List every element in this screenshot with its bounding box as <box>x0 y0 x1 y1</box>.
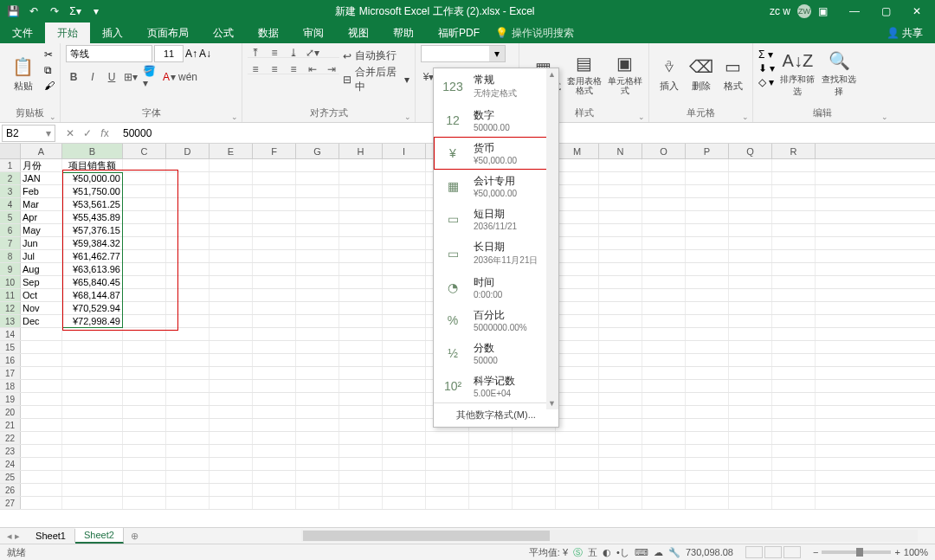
cell[interactable] <box>296 302 339 314</box>
cell[interactable] <box>339 250 383 262</box>
nf-item-6[interactable]: ◔时间0:00:00 <box>434 271 558 304</box>
name-box[interactable]: B2▾ <box>2 125 55 142</box>
cell[interactable] <box>383 159 426 171</box>
cell[interactable]: Apr <box>21 211 62 223</box>
nf-item-5[interactable]: ▭长日期2036年11月21日 <box>434 235 558 271</box>
cell[interactable] <box>339 406 383 418</box>
cell[interactable] <box>686 289 729 301</box>
col-header-A[interactable]: A <box>21 144 62 158</box>
cell[interactable]: ¥57,376.15 <box>62 224 123 236</box>
col-header-M[interactable]: M <box>556 144 599 158</box>
cell[interactable] <box>339 172 383 184</box>
cell[interactable] <box>383 367 426 379</box>
cell[interactable] <box>599 458 642 470</box>
cell[interactable] <box>599 224 642 236</box>
cell[interactable] <box>556 341 599 353</box>
cell[interactable]: ¥59,384.32 <box>62 237 123 249</box>
cell[interactable] <box>62 497 123 509</box>
cell[interactable] <box>296 471 339 483</box>
cell[interactable] <box>599 419 642 431</box>
cell[interactable] <box>62 432 123 444</box>
cell[interactable] <box>729 419 772 431</box>
zoom-in-icon[interactable]: + <box>894 547 900 557</box>
cell[interactable] <box>772 341 816 353</box>
cell[interactable] <box>686 341 729 353</box>
table-format-button[interactable]: ▤套用表格格式 <box>565 45 603 102</box>
normal-view-icon[interactable] <box>745 546 763 558</box>
col-header-I[interactable]: I <box>383 144 426 158</box>
cell[interactable] <box>62 393 123 405</box>
cell[interactable] <box>383 250 426 262</box>
cell[interactable] <box>253 263 296 275</box>
orientation-icon[interactable]: ⤢▾ <box>305 45 320 61</box>
cell[interactable] <box>166 302 210 314</box>
cell[interactable]: ¥51,750.00 <box>62 185 123 197</box>
col-header-N[interactable]: N <box>599 144 642 158</box>
cell[interactable] <box>339 263 383 275</box>
cell[interactable] <box>686 380 729 392</box>
cell[interactable] <box>729 367 772 379</box>
cell[interactable] <box>469 432 513 444</box>
cell[interactable] <box>556 302 599 314</box>
cell[interactable] <box>253 159 296 171</box>
italic-icon[interactable]: I <box>85 69 100 85</box>
cell[interactable] <box>339 159 383 171</box>
align-center-icon[interactable]: ≡ <box>267 61 282 77</box>
cell[interactable] <box>166 406 210 418</box>
cell[interactable] <box>253 302 296 314</box>
cell[interactable] <box>339 471 383 483</box>
cell[interactable] <box>383 458 426 470</box>
cell[interactable] <box>513 445 556 457</box>
cell[interactable] <box>556 406 599 418</box>
confirm-edit-icon[interactable]: ✓ <box>80 127 95 139</box>
cell[interactable]: 月份 <box>21 159 62 171</box>
cell[interactable]: ¥50,000.00 <box>62 172 123 184</box>
cell[interactable] <box>123 211 166 223</box>
cell[interactable] <box>210 354 253 366</box>
cell[interactable] <box>729 263 772 275</box>
cell[interactable] <box>123 185 166 197</box>
cell[interactable] <box>123 263 166 275</box>
cell[interactable] <box>210 211 253 223</box>
cell[interactable]: ¥68,144.87 <box>62 289 123 301</box>
cell[interactable] <box>166 172 210 184</box>
cell[interactable] <box>123 471 166 483</box>
cell[interactable] <box>772 237 816 249</box>
cell[interactable] <box>339 237 383 249</box>
cell[interactable] <box>296 250 339 262</box>
cell[interactable] <box>166 393 210 405</box>
cell[interactable] <box>469 471 513 483</box>
col-header-Q[interactable]: Q <box>729 144 772 158</box>
cell[interactable]: JAN <box>21 172 62 184</box>
cell[interactable] <box>383 497 426 509</box>
row-header[interactable]: 25 <box>0 471 21 483</box>
cell[interactable] <box>642 211 686 223</box>
autosum-icon[interactable]: Σ ▾ <box>758 48 775 61</box>
cell[interactable] <box>383 315 426 327</box>
cell[interactable] <box>253 276 296 288</box>
cell[interactable]: Feb <box>21 185 62 197</box>
cell[interactable] <box>62 471 123 483</box>
cell[interactable] <box>166 458 210 470</box>
cell[interactable] <box>253 198 296 210</box>
cell[interactable] <box>556 445 599 457</box>
qa-dropdown-icon[interactable]: ▾ <box>88 3 104 19</box>
cell[interactable]: ¥72,998.49 <box>62 315 123 327</box>
cell[interactable] <box>729 393 772 405</box>
share-button[interactable]: 👤 共享 <box>874 23 935 43</box>
cell[interactable] <box>166 497 210 509</box>
cell[interactable] <box>772 159 816 171</box>
cell[interactable] <box>253 458 296 470</box>
cell[interactable] <box>729 341 772 353</box>
cell[interactable] <box>123 458 166 470</box>
cell[interactable] <box>210 315 253 327</box>
cell[interactable] <box>339 302 383 314</box>
cell[interactable] <box>686 276 729 288</box>
row-header[interactable]: 20 <box>0 406 21 418</box>
cell[interactable] <box>339 328 383 340</box>
cell[interactable] <box>772 185 816 197</box>
wrap-text-button[interactable]: ↩自动换行 <box>343 48 409 63</box>
cell[interactable] <box>599 185 642 197</box>
cell[interactable] <box>556 159 599 171</box>
cell[interactable] <box>123 159 166 171</box>
